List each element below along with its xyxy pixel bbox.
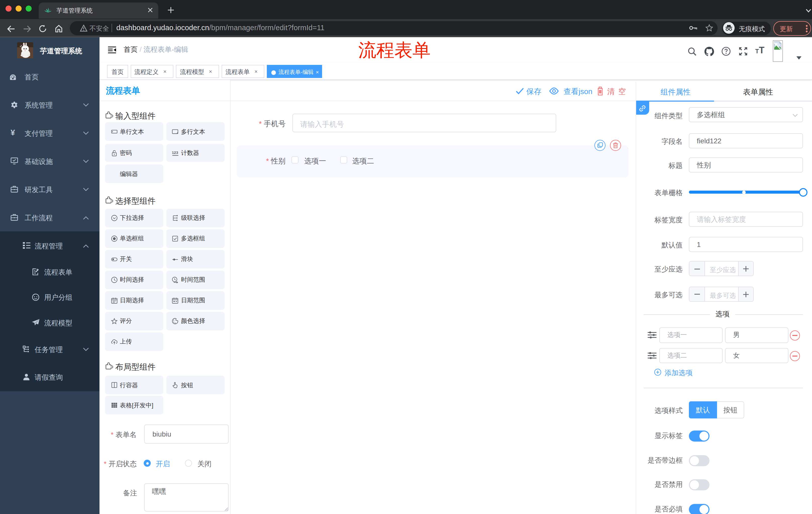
svg-text:123: 123 [172,150,178,154]
